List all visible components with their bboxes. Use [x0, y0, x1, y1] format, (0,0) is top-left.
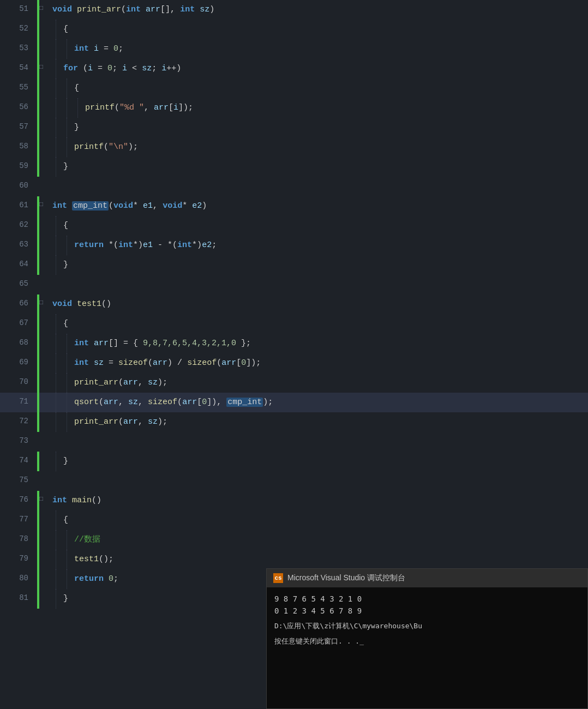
code-content-74: } [61, 452, 588, 471]
line-number-55: 55 [0, 79, 37, 98]
line-number-59: 59 [0, 157, 37, 177]
code-line-59: 59} [0, 157, 588, 177]
line-number-66: 66 [0, 295, 37, 314]
indent-guide [61, 334, 72, 353]
code-line-63: 63return *(int*)e1 - *(int*)e2; [0, 236, 588, 255]
code-line-60: 60 [0, 177, 588, 196]
console-line-3: D:\应用\下载\z计算机\C\mywarehouse\Bu [274, 620, 580, 632]
line-number-77: 77 [0, 510, 37, 530]
line-number-67: 67 [0, 314, 37, 334]
fold-gutter-58 [39, 137, 50, 157]
fold-gutter-62 [39, 216, 50, 236]
code-content-78: //数据 [72, 530, 588, 550]
code-line-68: 68int arr[] = { 9,8,7,6,5,4,3,2,1,0 }; [0, 334, 588, 353]
console-overlay[interactable]: cs Microsoft Visual Studio 调试控制台 9 8 7 6… [266, 568, 588, 709]
code-line-66: 66□void test1() [0, 295, 588, 314]
code-content-51: void print_arr(int arr[], int sz) [50, 0, 588, 20]
line-number-75: 75 [0, 471, 37, 491]
code-line-62: 62{ [0, 216, 588, 236]
code-line-75: 75 [0, 471, 588, 491]
code-content-55: { [72, 79, 588, 98]
code-line-69: 69int sz = sizeof(arr) / sizeof(arr[0]); [0, 353, 588, 373]
fold-gutter-61[interactable]: □ [39, 196, 50, 216]
fold-gutter-52 [39, 20, 50, 39]
code-line-65: 65 [0, 275, 588, 295]
indent-guide [61, 118, 72, 137]
code-line-72: 72print_arr(arr, sz); [0, 412, 588, 432]
console-line-2: 0 1 2 3 4 5 6 7 8 9 [274, 605, 580, 617]
code-content-70: print_arr(arr, sz); [72, 373, 588, 393]
code-content-76: int main() [50, 491, 588, 510]
code-line-61: 61□int cmp_int(void* e1, void* e2) [0, 196, 588, 216]
indent-guide [50, 510, 61, 530]
console-body: 9 8 7 6 5 4 3 2 1 0 0 1 2 3 4 5 6 7 8 9 … [267, 587, 587, 708]
fold-gutter-69 [39, 353, 50, 373]
code-line-74: 74} [0, 452, 588, 471]
fold-gutter-60 [39, 177, 50, 196]
fold-gutter-79 [39, 550, 50, 569]
indent-guide [61, 98, 72, 118]
code-line-67: 67{ [0, 314, 588, 334]
fold-gutter-80 [39, 569, 50, 589]
fold-gutter-72 [39, 412, 50, 432]
code-content-63: return *(int*)e1 - *(int*)e2; [72, 236, 588, 255]
console-title: Microsoft Visual Studio 调试控制台 [287, 573, 405, 583]
line-number-61: 61 [0, 196, 37, 216]
fold-gutter-54[interactable]: □ [39, 59, 50, 79]
line-number-78: 78 [0, 530, 37, 550]
code-content-73 [50, 432, 588, 452]
line-number-68: 68 [0, 334, 37, 353]
line-number-69: 69 [0, 353, 37, 373]
indent-guide [61, 137, 72, 157]
line-number-51: 51 [0, 0, 37, 20]
code-line-78: 78//数据 [0, 530, 588, 550]
fold-gutter-56 [39, 98, 50, 118]
fold-gutter-70 [39, 373, 50, 393]
code-content-53: int i = 0; [72, 39, 588, 59]
line-number-60: 60 [0, 177, 37, 196]
fold-gutter-73 [39, 432, 50, 452]
indent-guide [50, 334, 61, 353]
code-content-64: } [61, 255, 588, 275]
fold-gutter-51[interactable]: □ [39, 0, 50, 20]
indent-guide [50, 569, 61, 589]
fold-gutter-63 [39, 236, 50, 255]
code-line-53: 53int i = 0; [0, 39, 588, 59]
code-content-56: printf("%d ", arr[i]); [83, 98, 588, 118]
line-number-70: 70 [0, 373, 37, 393]
indent-guide [50, 530, 61, 550]
code-line-58: 58printf("\n"); [0, 137, 588, 157]
fold-gutter-65 [39, 275, 50, 295]
code-content-79: test1(); [72, 550, 588, 569]
code-content-59: } [61, 157, 588, 177]
line-number-65: 65 [0, 275, 37, 295]
indent-guide [61, 393, 72, 412]
code-content-54: for (i = 0; i < sz; i++) [61, 59, 588, 79]
indent-guide [50, 353, 61, 373]
code-content-52: { [61, 20, 588, 39]
indent-guide [61, 530, 72, 550]
line-number-62: 62 [0, 216, 37, 236]
indent-guide [50, 20, 61, 39]
console-icon: cs [273, 573, 283, 583]
code-line-70: 70print_arr(arr, sz); [0, 373, 588, 393]
code-content-71: qsort(arr, sz, sizeof(arr[0]), cmp_int); [72, 393, 588, 412]
line-number-53: 53 [0, 39, 37, 59]
indent-guide [50, 59, 61, 79]
indent-guide [50, 550, 61, 569]
indent-guide [50, 118, 61, 137]
fold-gutter-71 [39, 393, 50, 412]
indent-guide [61, 353, 72, 373]
fold-gutter-76[interactable]: □ [39, 491, 50, 510]
code-line-71: 71qsort(arr, sz, sizeof(arr[0]), cmp_int… [0, 393, 588, 412]
indent-guide [50, 79, 61, 98]
line-number-76: 76 [0, 491, 37, 510]
line-number-79: 79 [0, 550, 37, 569]
fold-gutter-66[interactable]: □ [39, 295, 50, 314]
code-content-60 [50, 177, 588, 196]
indent-guide [50, 236, 61, 255]
code-line-64: 64} [0, 255, 588, 275]
code-content-72: print_arr(arr, sz); [72, 412, 588, 432]
fold-gutter-59 [39, 157, 50, 177]
line-number-57: 57 [0, 118, 37, 137]
